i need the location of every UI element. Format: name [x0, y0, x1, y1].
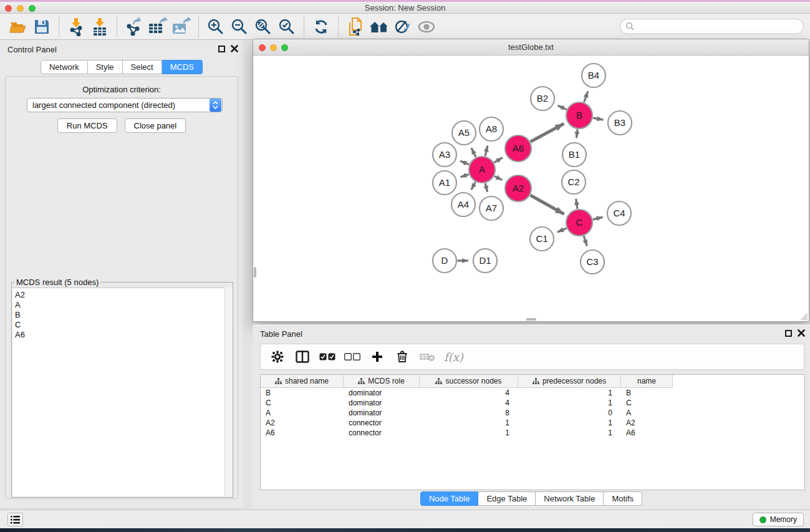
node-A7[interactable]: A7 [480, 196, 503, 220]
node-B1[interactable]: B1 [562, 143, 586, 167]
resize-grip[interactable] [799, 312, 808, 321]
zoom-out-icon[interactable] [228, 16, 251, 38]
result-item[interactable]: A6 [12, 330, 232, 340]
float-panel-icon[interactable] [218, 46, 225, 52]
criterion-select[interactable]: largest connected component (directed) [27, 98, 223, 112]
search-box[interactable] [620, 19, 804, 34]
clone-network-icon[interactable] [344, 16, 367, 38]
edge-B-B1[interactable] [576, 129, 577, 138]
float-table-panel-icon[interactable] [785, 330, 792, 337]
edge-A-A4[interactable] [471, 182, 476, 190]
table-cell[interactable]: A [621, 408, 673, 418]
node-B2[interactable]: B2 [531, 87, 554, 110]
import-table-icon[interactable] [88, 16, 112, 38]
tab-select[interactable]: Select [123, 60, 162, 74]
result-item[interactable]: A2 [12, 290, 232, 300]
tab-style[interactable]: Style [88, 60, 123, 74]
tab-motifs[interactable]: Motifs [604, 491, 642, 506]
table-cell[interactable]: 4 [420, 388, 518, 398]
node-C1[interactable]: C1 [530, 227, 554, 251]
split-columns-icon[interactable] [294, 349, 311, 365]
edge-A-A7[interactable] [485, 183, 487, 192]
run-mcds-button[interactable]: Run MCDS [57, 118, 117, 133]
table-cell[interactable]: 0 [518, 408, 621, 418]
table-row[interactable]: Cdominator41C [261, 398, 804, 408]
table-cell[interactable]: B [621, 388, 673, 398]
style-toggle-icon[interactable] [391, 16, 415, 38]
network-graph[interactable]: AA1A2A3A4A5A6A7A8BB1B2B3B4CC1C2C3C4DD1 [254, 56, 808, 321]
result-item[interactable]: B [12, 310, 232, 320]
node-A5[interactable]: A5 [452, 121, 476, 145]
table-cell[interactable]: 1 [518, 388, 621, 398]
column-header-name[interactable]: name [621, 375, 673, 388]
tab-mcds[interactable]: MCDS [162, 60, 203, 74]
export-image-icon[interactable] [170, 16, 193, 38]
edge-C-C1[interactable] [557, 228, 567, 232]
table-cell[interactable]: A6 [261, 428, 344, 438]
node-A[interactable]: A [469, 157, 495, 183]
node-B[interactable]: B [566, 102, 592, 128]
edge-A-A3[interactable] [460, 161, 469, 165]
table-cell[interactable]: 8 [420, 408, 518, 418]
node-A3[interactable]: A3 [433, 143, 456, 167]
node-B4[interactable]: B4 [582, 64, 605, 87]
open-session-icon[interactable] [6, 16, 30, 38]
column-header-MCDS-role[interactable]: MCDS role [344, 375, 420, 388]
node-A4[interactable]: A4 [451, 193, 475, 216]
edge-A-A8[interactable] [485, 145, 488, 156]
settings-gear-icon[interactable] [269, 349, 286, 365]
node-A6[interactable]: A6 [505, 135, 531, 162]
edge-A2-C[interactable] [531, 195, 564, 214]
table-row[interactable]: A6connector11A6 [261, 428, 804, 438]
memory-button[interactable]: Memory [753, 513, 804, 526]
export-table-icon[interactable] [146, 16, 170, 38]
edge-A-A2[interactable] [494, 176, 502, 180]
node-A8[interactable]: A8 [480, 117, 503, 141]
table-cell[interactable]: A [261, 408, 344, 418]
table-cell[interactable]: A2 [621, 418, 673, 428]
tab-network[interactable]: Network [41, 60, 88, 74]
edge-A-A6[interactable] [494, 158, 503, 163]
table-cell[interactable]: 1 [420, 428, 518, 438]
column-header-shared-name[interactable]: shared name [261, 375, 344, 388]
result-item[interactable]: C [12, 320, 232, 330]
edge-B-B4[interactable] [584, 91, 588, 102]
table-cell[interactable]: 1 [420, 418, 518, 428]
table-cell[interactable]: B [261, 388, 344, 398]
table-cell[interactable]: connector [344, 428, 420, 438]
edge-A6-B[interactable] [531, 123, 564, 142]
table-cell[interactable]: dominator [344, 398, 420, 408]
table-row[interactable]: Adominator80A [261, 408, 804, 418]
close-table-panel-icon[interactable] [798, 329, 805, 337]
table-cell[interactable]: A2 [261, 418, 344, 428]
zoom-in-icon[interactable] [204, 16, 228, 38]
table-row[interactable]: A2connector11A2 [261, 418, 804, 428]
column-header-successor-nodes[interactable]: successor nodes [420, 375, 518, 388]
edge-A-A5[interactable] [471, 148, 476, 157]
eye-icon[interactable] [415, 16, 438, 38]
table-row[interactable]: Bdominator41B [261, 388, 804, 398]
table-cell[interactable]: 1 [518, 418, 621, 428]
select-all-columns-icon[interactable] [319, 349, 335, 365]
close-panel-button[interactable]: Close panel [125, 118, 186, 133]
network-horizontal-scrollbar[interactable] [526, 318, 536, 321]
table-cell[interactable]: C [621, 398, 673, 408]
table-cell[interactable]: 4 [420, 398, 518, 408]
tab-edge-table[interactable]: Edge Table [478, 491, 536, 506]
zoom-selected-icon[interactable] [275, 16, 299, 38]
network-window-titlebar[interactable]: testGlobe.txt [253, 39, 809, 56]
edge-A-A1[interactable] [460, 174, 468, 177]
apply-layout-icon[interactable] [309, 16, 333, 38]
node-C4[interactable]: C4 [607, 201, 631, 225]
network-vertical-scrollbar[interactable] [254, 267, 256, 278]
table-cell[interactable]: 1 [518, 398, 621, 408]
node-D1[interactable]: D1 [473, 249, 497, 273]
export-network-icon[interactable] [122, 16, 146, 38]
delete-column-icon[interactable] [394, 349, 410, 365]
add-column-icon[interactable] [369, 349, 385, 365]
table-cell[interactable]: dominator [344, 408, 420, 418]
column-header-predecessor-nodes[interactable]: predecessor nodes [518, 375, 621, 388]
node-B3[interactable]: B3 [608, 111, 632, 135]
table-cell[interactable]: 1 [518, 428, 621, 438]
search-input[interactable] [635, 22, 803, 31]
